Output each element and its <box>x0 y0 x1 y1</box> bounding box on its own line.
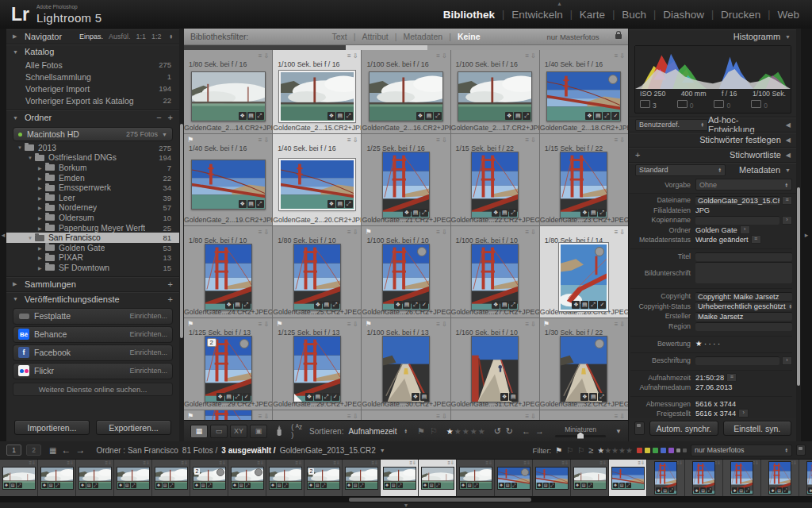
download-arrow-icon[interactable]: ⇩ <box>264 137 270 144</box>
badge-list-icon[interactable]: ≡ <box>525 321 529 328</box>
chevron-down-icon[interactable]: ▼ <box>28 156 35 160</box>
badge-icon[interactable]: ❖ <box>194 483 200 488</box>
metadata-input-kopienname[interactable] <box>695 216 779 225</box>
add-folder-button[interactable]: + <box>168 113 173 122</box>
grid-cell[interactable]: ≡⇩ 1/40 Sek. bei f / 16 ❖▤⤢ GoldenGate_2… <box>273 134 362 225</box>
badge-icon[interactable]: ⤢ <box>207 483 213 488</box>
badge-icon[interactable]: ❖ <box>239 200 247 208</box>
thumbnail-badges[interactable]: ❖▤⤢ <box>80 483 98 488</box>
module-drucken[interactable]: Drucken <box>721 9 760 21</box>
badge-list-icon[interactable]: ≡ <box>259 52 262 60</box>
quick-collection-badge[interactable] <box>216 468 224 476</box>
grid-cell[interactable]: ≡⇩ 1/15 Sek. bei f / 22 ❖▤⤢ GoldenGate..… <box>540 134 628 225</box>
badge-icon[interactable]: ⤢ <box>783 487 788 493</box>
badge-icon[interactable]: ❖ <box>572 301 580 309</box>
thumbnail-badges[interactable]: ❖▤⤢ <box>194 483 213 488</box>
photo-thumbnail[interactable]: ❖▤⤢ <box>730 461 753 495</box>
chevron-right-icon[interactable]: ▶ <box>38 225 45 231</box>
rating-geq-icon[interactable]: ≥ <box>588 445 593 455</box>
badge-icon[interactable]: ❖ <box>585 112 593 120</box>
badge-icon[interactable]: ▤ <box>239 483 244 488</box>
filmstrip-thumbnail[interactable]: ≡⇩ ❖▤⤢ <box>761 460 799 496</box>
left-panel-reveal[interactable]: ◂ <box>0 29 6 441</box>
download-arrow-icon[interactable]: ⇩ <box>619 321 625 328</box>
badge-icon[interactable]: ⤢ <box>435 483 441 488</box>
catalog-item-vorheriger-export-als-katalog[interactable]: Vorheriger Export als Katalog 22 <box>6 94 179 106</box>
badge-icon[interactable]: ▤ <box>412 209 419 217</box>
badge-icon[interactable]: ⤢ <box>707 487 712 493</box>
badge-icon[interactable]: ❖ <box>694 487 699 493</box>
badge-icon[interactable]: ▤ <box>509 393 517 401</box>
photo-thumbnail[interactable]: ❖▤⤢ <box>279 159 355 210</box>
sync-settings-button[interactable]: Einstell. syn. <box>723 421 792 436</box>
filmstrip-thumbnail[interactable]: ≡⇩ ❖▤⤢ <box>114 460 152 496</box>
photo-thumbnail[interactable]: ❖▤⤢ <box>382 152 430 218</box>
filmstrip-thumbnail[interactable]: ≡⇩ ❖▤⤢ <box>495 460 533 496</box>
catalog-item-schnellsammlung[interactable]: Schnellsammlung 1 <box>6 71 179 83</box>
publish-setup-label[interactable]: Einrichten... <box>129 348 167 356</box>
thumbnail-badges[interactable]: ❖▤⤢ <box>732 487 750 493</box>
right-panel-reveal[interactable]: ▸ <box>801 29 812 441</box>
photo-thumbnail[interactable]: ❖▤⤢ <box>654 461 677 495</box>
badge-icon[interactable]: ▤ <box>315 483 320 488</box>
grid-cell[interactable]: ⚑ ≡⇩ 1/40 Sek. bei f / 16 ❖▤⤢ GoldenGate… <box>184 134 273 225</box>
badge-icon[interactable]: ❖ <box>232 483 238 488</box>
flag-icon[interactable]: ⚑ <box>187 137 193 144</box>
download-arrow-icon[interactable]: ⇩ <box>264 52 270 60</box>
filmstrip-thumbnail[interactable]: ≡⇩ ❖▤⤢ <box>228 460 266 496</box>
badge-icon[interactable]: ⤢ <box>668 487 674 493</box>
rotate-left-icon[interactable]: ↺ <box>494 426 501 437</box>
badge-icon[interactable]: ▤ <box>403 301 411 309</box>
grid-cell[interactable]: ≡⇩ 1/80 Sek. bei f / 10 ❖▤⤢ GoldenGate..… <box>184 226 273 318</box>
badge-icon[interactable]: ❖ <box>327 200 335 208</box>
sync-toggle[interactable] <box>634 421 645 435</box>
jump-to-icon[interactable]: › <box>782 216 792 225</box>
badge-icon[interactable]: ❖ <box>656 487 661 493</box>
photo-thumbnail[interactable]: ❖▤⤢ <box>459 467 492 490</box>
metadata-rating[interactable]: ★ · · · · <box>695 339 720 348</box>
photo-thumbnail[interactable]: ❖▤⤢ <box>768 461 791 495</box>
folder-item-emssperrwerk[interactable]: ▶ Emssperrwerk 34 <box>6 183 179 193</box>
import-button[interactable]: Importieren... <box>14 420 90 435</box>
badge-icon[interactable]: ▤ <box>500 209 508 217</box>
publish-header[interactable]: ▼ Veröffentlichungsdienste + <box>6 292 179 306</box>
filter-option-metadaten[interactable]: Metadaten <box>404 32 443 41</box>
thumbnail-badges[interactable]: ❖▤⤢✓ <box>216 393 251 401</box>
badge-icon[interactable]: ⤢ <box>93 483 98 488</box>
badge-icon[interactable]: ⤢ <box>434 112 442 120</box>
photo-thumbnail[interactable]: ❖▤⤢ <box>369 71 443 121</box>
badge-icon[interactable]: ▤ <box>225 393 233 401</box>
grid-cell[interactable]: ≡⇩ 1/15 Sek. bei f / 22 ❖▤⤢ GoldenGate..… <box>451 134 540 225</box>
quick-collection-badge[interactable] <box>239 339 249 348</box>
badge-icon[interactable]: ❖ <box>305 393 313 401</box>
keywording-header[interactable]: Stichwörter festlegen◀ <box>629 132 797 147</box>
badge-icon[interactable]: ❖ <box>327 112 335 120</box>
filmstrip-thumbnail[interactable]: ≡⇩ ❖▤⤢ <box>647 460 685 496</box>
grid-cell[interactable]: ⚑ ≡⇩ 1/100 Sek. bei f / 10 ❖▤⤢✓ GoldenGa… <box>362 226 450 318</box>
photo-thumbnail[interactable]: ❖▤⤢✓ <box>293 336 341 402</box>
flag-icon[interactable]: ⚑ <box>543 321 550 328</box>
badge-icon[interactable]: ⤢ <box>745 487 750 493</box>
badge-icon[interactable]: ▤ <box>10 483 16 488</box>
thumbnail-badges[interactable]: ❖▤⤢ <box>42 483 60 488</box>
thumbnail-badges[interactable]: ❖▤⤢ <box>403 209 428 217</box>
badge-icon[interactable]: ⤢ <box>331 301 339 309</box>
badge-icon[interactable]: ⤢ <box>550 483 555 488</box>
chevron-down-icon[interactable]: ▼ <box>28 236 35 241</box>
flag-icon[interactable]: ⚑ <box>365 321 371 328</box>
panel-switch-icon[interactable]: ◀ <box>786 121 791 129</box>
badge-icon[interactable]: ❖ <box>537 483 542 488</box>
photo-thumbnail[interactable]: ❖▤⤢✓ <box>546 71 621 121</box>
metadata-input-beschriftung[interactable] <box>695 356 779 365</box>
compare-view-button[interactable]: XY <box>230 425 247 438</box>
filmstrip-thumbnail[interactable]: ≡⇩ ❖▤⤢ <box>152 460 190 496</box>
badge-icon[interactable]: ❖ <box>575 483 580 488</box>
badge-icon[interactable]: ▤ <box>580 301 588 309</box>
photo-thumbnail[interactable]: ❖▤⤢ <box>692 461 715 495</box>
badge-icon[interactable]: ⤢ <box>345 112 353 120</box>
module-diashow[interactable]: Diashow <box>663 9 704 21</box>
photo-thumbnail[interactable]: ❖▤⤢ <box>2 467 36 490</box>
module-web[interactable]: Web <box>777 9 799 21</box>
badge-icon[interactable]: ▤ <box>163 483 168 488</box>
badge-icon[interactable]: ▤ <box>247 112 255 120</box>
